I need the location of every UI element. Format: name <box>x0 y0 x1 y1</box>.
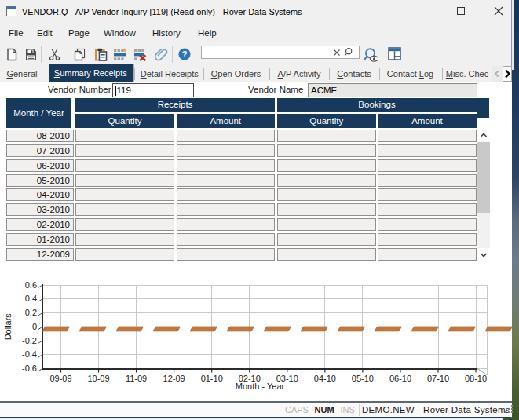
minimize-button[interactable] <box>406 0 440 24</box>
month-cell[interactable]: 05-2010 <box>6 174 74 187</box>
tab-a-p-activity[interactable]: A/P Activity <box>270 66 328 82</box>
menu-page[interactable]: Page <box>68 28 90 38</box>
menu-window[interactable]: Window <box>104 28 136 38</box>
tab-scroll-right-button[interactable] <box>503 66 512 82</box>
tab-misc-chec[interactable]: Misc. Chec <box>443 66 492 82</box>
attachment-icon[interactable] <box>155 48 168 61</box>
bookings-amount-cell[interactable] <box>378 130 477 142</box>
bookings-amount-cell[interactable] <box>378 188 477 201</box>
bookings-quantity-cell[interactable] <box>277 188 376 201</box>
chart-ylabel: Dollars <box>3 313 13 341</box>
paste-icon[interactable] <box>94 48 108 61</box>
save-icon[interactable] <box>24 48 38 61</box>
table-scrollbar[interactable] <box>477 129 490 261</box>
column-header-receipts-quantity: Quantity <box>75 114 174 128</box>
bookings-amount-cell[interactable] <box>378 218 477 231</box>
receipts-amount-cell[interactable] <box>177 159 276 172</box>
menu-edit[interactable]: Edit <box>37 28 53 38</box>
tab-summary-receipts[interactable]: Summary Receipts <box>49 64 133 82</box>
bookings-quantity-cell[interactable] <box>277 233 376 246</box>
receipts-amount-cell[interactable] <box>177 203 276 216</box>
tab-separator <box>442 68 443 80</box>
maximize-button[interactable] <box>440 0 475 24</box>
receipts-quantity-cell[interactable] <box>75 233 174 246</box>
tab-general[interactable]: General <box>0 66 44 82</box>
app-icon <box>6 6 17 17</box>
bookings-amount-cell[interactable] <box>378 248 477 261</box>
bookings-amount-cell[interactable] <box>378 144 477 157</box>
y-tick-label: 0 <box>32 322 37 331</box>
tab-scroll-left-button[interactable] <box>492 66 503 82</box>
bookings-amount-cell[interactable] <box>378 203 477 216</box>
vendor-number-input[interactable]: 119 <box>112 83 195 97</box>
copy-icon[interactable] <box>73 48 86 61</box>
toolbar-separator <box>108 46 108 63</box>
help-icon[interactable]: ? <box>178 48 192 61</box>
chevron-right-icon <box>503 67 511 81</box>
month-cell[interactable]: 07-2010 <box>6 144 74 157</box>
resize-grip[interactable] <box>504 404 514 414</box>
receipts-quantity-cell[interactable] <box>75 174 174 187</box>
tab-separator <box>379 68 380 80</box>
scroll-up-button[interactable] <box>477 129 490 142</box>
bookings-quantity-cell[interactable] <box>277 174 376 187</box>
window-layout-icon[interactable] <box>388 47 401 60</box>
bookings-quantity-cell[interactable] <box>277 248 376 261</box>
month-cell[interactable]: 08-2010 <box>6 130 74 142</box>
month-cell[interactable]: 02-2010 <box>6 218 74 231</box>
tab-contact-log[interactable]: Contact Log <box>380 66 440 82</box>
tab-detail-receipts[interactable]: Detail Receipts <box>136 66 204 82</box>
menu-help[interactable]: Help <box>198 28 217 38</box>
status-bar: CAPS NUM INS DEMO.NEW - Rover Data Syste… <box>0 401 512 417</box>
month-cell[interactable]: 06-2010 <box>6 159 74 172</box>
month-cell[interactable]: 03-2010 <box>6 203 74 216</box>
clear-search-icon[interactable] <box>333 49 341 57</box>
receipts-amount-cell[interactable] <box>177 144 276 157</box>
receipts-quantity-cell[interactable] <box>75 159 174 172</box>
x-tick-label: 11-09 <box>126 374 147 383</box>
bookings-amount-cell[interactable] <box>378 174 477 187</box>
receipts-quantity-cell[interactable] <box>75 203 174 216</box>
month-cell[interactable]: 04-2010 <box>6 188 74 201</box>
search-input[interactable] <box>203 46 329 58</box>
group-header-bookings: Bookings <box>277 98 477 112</box>
bookings-quantity-cell[interactable] <box>277 203 376 216</box>
scrollbar-thumb[interactable] <box>477 142 490 213</box>
receipts-amount-cell[interactable] <box>177 188 276 201</box>
receipts-amount-cell[interactable] <box>177 174 276 187</box>
receipts-quantity-cell[interactable] <box>75 248 174 261</box>
cut-icon[interactable] <box>48 48 61 61</box>
x-tick-label: 08-10 <box>465 374 487 383</box>
bookings-quantity-cell[interactable] <box>277 159 376 172</box>
bookings-quantity-cell[interactable] <box>277 130 376 142</box>
insert-row-icon[interactable] <box>113 48 126 61</box>
tab-open-orders[interactable]: Open Orders <box>204 66 268 82</box>
receipts-quantity-cell[interactable] <box>75 188 174 201</box>
receipts-quantity-cell[interactable] <box>75 144 174 157</box>
receipts-quantity-cell[interactable] <box>75 218 174 231</box>
bookings-amount-cell[interactable] <box>378 233 477 246</box>
menu-file[interactable]: File <box>9 28 24 38</box>
bookings-amount-cell[interactable] <box>378 159 477 172</box>
receipts-amount-cell[interactable] <box>177 248 276 261</box>
corner-header: Month / Year <box>6 98 71 128</box>
search-icon[interactable] <box>344 47 354 57</box>
receipts-amount-cell[interactable] <box>177 233 276 246</box>
month-cell[interactable]: 01-2010 <box>6 233 74 246</box>
bookings-quantity-cell[interactable] <box>277 218 376 231</box>
receipts-amount-cell[interactable] <box>177 130 276 142</box>
month-cell[interactable]: 12-2009 <box>6 248 74 261</box>
close-button[interactable] <box>475 0 510 24</box>
y-tick-label: -0.2 <box>22 336 37 345</box>
zero-line-dash <box>448 327 476 331</box>
receipts-quantity-cell[interactable] <box>75 130 174 142</box>
new-document-icon[interactable] <box>5 48 19 61</box>
delete-row-icon[interactable] <box>133 48 147 61</box>
toolbar-separator <box>41 46 42 63</box>
lookup-view-icon[interactable] <box>363 47 378 62</box>
bookings-quantity-cell[interactable] <box>277 144 376 157</box>
scroll-down-button[interactable] <box>477 248 490 261</box>
menu-history[interactable]: History <box>152 28 181 38</box>
receipts-amount-cell[interactable] <box>177 218 276 231</box>
tab-contacts[interactable]: Contacts <box>330 66 378 82</box>
